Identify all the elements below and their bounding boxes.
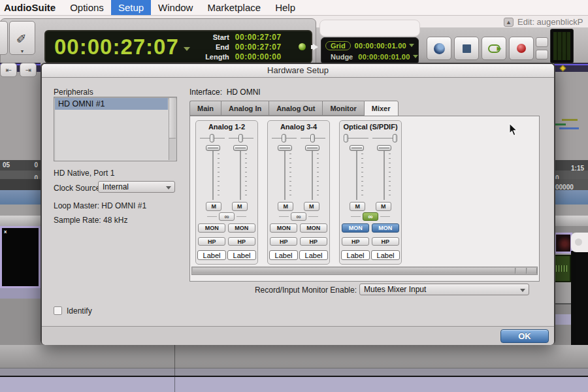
speaker-icon[interactable] [311,44,318,50]
menu-item-options[interactable]: Options [63,0,111,15]
pan-slider[interactable] [372,133,397,143]
monitor-button[interactable]: MON [228,223,255,233]
menu-item-audiosuite[interactable]: AudioSuite [0,0,63,15]
transport-expand-button-bottom[interactable] [536,50,548,59]
headphone-button[interactable]: HP [372,237,399,246]
channel-label-button[interactable]: Label [341,250,370,260]
headphone-button[interactable]: HP [270,237,297,246]
counter-dropdown-arrow-icon[interactable] [184,47,190,51]
level-fader[interactable] [374,145,394,200]
grid-value[interactable]: 00:00:00:01.00 [355,42,406,50]
pan-slider[interactable] [272,133,297,143]
online-button[interactable] [427,37,451,60]
pan-thumb[interactable] [310,134,315,142]
nudge-value[interactable]: 00:00:00:01.00 [358,53,410,61]
level-fader[interactable] [275,145,295,200]
level-fader[interactable] [231,145,250,200]
headphone-button[interactable]: HP [300,237,327,246]
tab-analog-in[interactable]: Analog In [221,101,269,116]
headphone-button[interactable]: HP [228,237,255,246]
metronome-status-icon[interactable] [299,43,306,50]
tab-main[interactable]: Main [189,101,221,116]
tab-mixer[interactable]: Mixer [364,101,399,116]
menu-item-window[interactable]: Window [151,0,200,15]
tab-analog-out[interactable]: Analog Out [269,101,322,116]
channel-label-button[interactable]: Label [371,250,400,260]
pan-thumb[interactable] [344,134,348,142]
pan-thumb[interactable] [393,134,397,142]
tab-to-transient-button[interactable]: ⇤ [0,63,17,77]
length-value[interactable]: 00:00:00:00 [235,52,282,61]
meter-columns [553,32,570,60]
mixer-horizontal-scrollbar[interactable] [191,267,538,275]
channel-group-title: Analog 1-2 [196,123,257,131]
identify-checkbox[interactable] [54,306,62,315]
tab-monitor[interactable]: Monitor [322,101,363,116]
channel-label-button[interactable]: Label [227,250,256,260]
scrollbar-segment[interactable] [516,268,527,274]
nudge-dropdown-arrow-icon[interactable] [413,55,418,58]
pan-thumb[interactable] [210,134,214,142]
grid-dropdown-arrow-icon[interactable] [409,44,414,47]
record-button[interactable] [509,37,534,60]
start-value[interactable]: 00:00:27:07 [235,33,282,42]
list-item-hd-omni[interactable]: HD OMNI #1 [55,98,168,110]
mute-button[interactable]: M [232,202,248,211]
fader-thumb[interactable] [305,145,319,151]
pan-thumb[interactable] [238,134,243,142]
fader-thumb[interactable] [350,145,364,151]
audition-tool-button[interactable] [0,21,8,55]
scrollbar-thumb[interactable] [169,98,176,139]
level-fader[interactable] [203,145,223,200]
monitor-button-active[interactable]: MON [372,223,399,233]
record-monitor-dropdown[interactable]: Mutes Mixer Input [359,284,529,295]
fader-thumb[interactable] [278,145,292,151]
main-counter[interactable]: 00:00:27:07 [54,35,179,59]
fader-thumb[interactable] [206,145,220,151]
pan-slider[interactable] [344,133,368,143]
mute-button[interactable]: M [304,202,319,211]
scrollbar-segment[interactable] [527,268,537,274]
pan-slider[interactable] [229,133,253,143]
channel-label-button[interactable]: Label [299,250,328,260]
menu-item-marketplace[interactable]: Marketplace [200,0,268,15]
pan-slider[interactable] [301,133,325,143]
dialog-title-bar[interactable]: Hardware Setup [42,64,554,78]
monitor-button-active[interactable]: MON [342,223,369,233]
stereo-link-button[interactable]: ∞ [291,212,306,221]
grid-mode-button[interactable]: Grid [325,41,351,50]
pan-slider[interactable] [200,133,225,143]
menu-item-help[interactable]: Help [268,0,302,15]
level-fader[interactable] [347,145,367,200]
monitor-button[interactable]: MON [300,223,327,233]
fader-thumb[interactable] [233,145,248,151]
stereo-link-button[interactable]: ∞ [219,212,235,221]
fader-thumb[interactable] [377,145,391,151]
mute-button[interactable]: M [376,202,391,211]
headphone-button[interactable]: HP [342,237,369,246]
menu-item-setup[interactable]: Setup [111,0,151,15]
mute-button[interactable]: M [278,202,293,211]
headphone-button[interactable]: HP [198,237,225,246]
stop-button[interactable] [454,37,479,60]
ok-button[interactable]: OK [500,329,549,343]
pencil-tool-button[interactable]: ✎▼ [9,21,35,55]
min-sec-ruler-right: 1:15 [554,160,588,171]
mute-button[interactable]: M [350,202,365,211]
monitor-button[interactable]: MON [270,223,297,233]
loop-play-button[interactable]: ▶ [482,37,506,60]
end-value[interactable]: 00:00:27:07 [235,42,282,52]
scrollbar-thumb[interactable] [193,268,515,274]
peripherals-list[interactable]: HD OMNI #1 [54,97,177,161]
level-fader[interactable] [302,145,322,200]
stereo-link-button-active[interactable]: ∞ [363,212,378,221]
channel-label-button[interactable]: Label [269,250,298,260]
channel-label-button[interactable]: Label [197,250,226,260]
monitor-button[interactable]: MON [198,223,225,233]
insertion-follows-playback-button[interactable]: ⇥ [20,63,37,77]
list-scrollbar[interactable] [169,98,176,160]
mute-button[interactable]: M [206,202,221,211]
transport-expand-button-top[interactable] [536,37,548,47]
clock-source-dropdown[interactable]: Internal [98,181,175,193]
pan-thumb[interactable] [282,134,286,142]
